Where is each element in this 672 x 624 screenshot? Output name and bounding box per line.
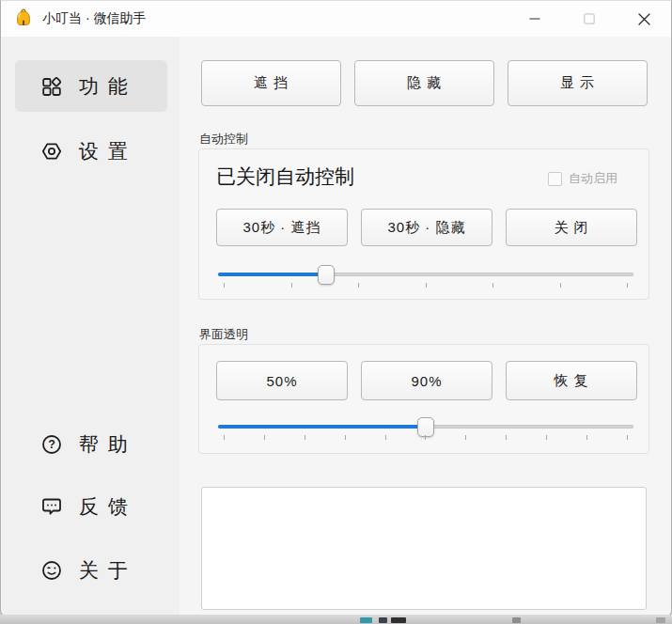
sidebar-item-label: 帮 助 xyxy=(79,431,130,458)
taskbar-icon[interactable] xyxy=(391,617,406,623)
minimize-icon xyxy=(529,13,540,24)
auto-enable-label: 自动启用 xyxy=(569,170,617,187)
slider-fill xyxy=(218,425,426,429)
transparency-group: 50% 90% 恢 复 xyxy=(198,344,649,454)
block-button[interactable]: 遮 挡 xyxy=(201,60,341,106)
opacity-50-button[interactable]: 50% xyxy=(216,361,348,400)
sidebar-item-label: 功 能 xyxy=(79,73,130,100)
sidebar-item-about[interactable]: 关 于 xyxy=(15,544,167,596)
sidebar-item-label: 反 馈 xyxy=(79,493,130,520)
slider-ticks xyxy=(218,283,633,289)
taskbar-sliver xyxy=(0,615,672,624)
log-textarea[interactable] xyxy=(201,487,647,610)
sidebar-item-features[interactable]: 功 能 xyxy=(15,60,167,112)
window-controls xyxy=(508,1,671,37)
sidebar-item-settings[interactable]: 设 置 xyxy=(15,125,167,177)
app-window: 小叮当 · 微信助手 功 能 xyxy=(0,0,672,617)
feedback-icon xyxy=(40,495,63,518)
close-button[interactable] xyxy=(617,1,671,37)
slider-fill xyxy=(218,273,326,276)
show-button[interactable]: 显 示 xyxy=(508,60,648,106)
titlebar: 小叮当 · 微信助手 xyxy=(1,1,671,37)
help-icon: ? xyxy=(40,433,63,456)
auto-control-section-label: 自动控制 xyxy=(199,131,248,148)
block-30s-button[interactable]: 30秒 · 遮挡 xyxy=(216,209,348,246)
slider-ticks xyxy=(218,435,633,441)
hide-30s-button[interactable]: 30秒 · 隐藏 xyxy=(361,209,492,246)
slider-thumb[interactable] xyxy=(318,265,335,285)
slider-thumb[interactable] xyxy=(417,417,434,437)
minimize-button[interactable] xyxy=(508,1,562,37)
sidebar: 功 能 设 置 ? 帮 助 xyxy=(2,37,180,617)
sidebar-item-feedback[interactable]: 反 馈 xyxy=(15,480,167,532)
maximize-icon xyxy=(584,13,595,24)
checkbox-box-icon[interactable] xyxy=(548,172,562,186)
settings-icon xyxy=(40,140,63,163)
svg-text:?: ? xyxy=(48,438,55,451)
opacity-restore-button[interactable]: 恢 复 xyxy=(506,361,637,400)
transparency-section-label: 界面透明 xyxy=(199,326,248,343)
bell-app-icon xyxy=(13,8,34,29)
window-title: 小叮当 · 微信助手 xyxy=(42,10,146,27)
hide-button[interactable]: 隐 藏 xyxy=(354,60,494,106)
grid-icon xyxy=(40,75,63,98)
close-icon xyxy=(638,13,650,25)
auto-enable-checkbox[interactable]: 自动启用 xyxy=(548,170,617,187)
taskbar-icon[interactable] xyxy=(360,617,372,623)
auto-control-status: 已关闭自动控制 xyxy=(216,164,354,190)
sidebar-item-label: 关 于 xyxy=(79,557,130,584)
auto-control-slider[interactable] xyxy=(218,265,633,293)
sidebar-item-label: 设 置 xyxy=(79,138,130,164)
taskbar-icon[interactable] xyxy=(512,617,521,623)
maximize-button xyxy=(562,1,617,37)
auto-control-group: 已关闭自动控制 自动启用 30秒 · 遮挡 30秒 · 隐藏 关 闭 xyxy=(198,148,649,300)
taskbar-icon[interactable] xyxy=(656,617,665,623)
sidebar-item-help[interactable]: ? 帮 助 xyxy=(15,418,167,470)
auto-off-button[interactable]: 关 闭 xyxy=(506,209,637,246)
main-panel: 遮 挡 隐 藏 显 示 自动控制 已关闭自动控制 自动启用 30秒 · 遮挡 3… xyxy=(180,37,672,617)
opacity-90-button[interactable]: 90% xyxy=(361,361,492,400)
taskbar-icon[interactable] xyxy=(379,617,387,623)
transparency-slider[interactable] xyxy=(218,417,633,445)
about-smiley-icon xyxy=(40,559,63,582)
